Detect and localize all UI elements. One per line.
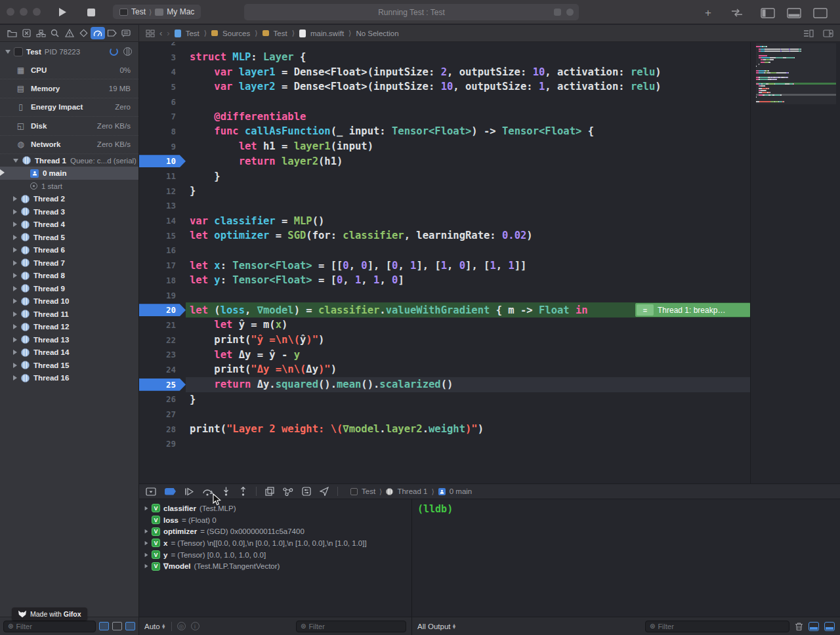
thread-1-row[interactable]: Thread 1 Queue: c...d (serial) bbox=[0, 154, 138, 167]
back-button[interactable]: ‹ bbox=[159, 28, 162, 38]
code-text[interactable]: let h1 = layer1(input) bbox=[186, 139, 750, 154]
thread-row[interactable]: Thread 12 bbox=[0, 320, 138, 333]
disclosure-triangle[interactable] bbox=[13, 286, 17, 291]
continue-icon[interactable] bbox=[184, 487, 194, 496]
disclosure-triangle[interactable] bbox=[13, 273, 17, 278]
disclosure-triangle[interactable] bbox=[145, 541, 148, 545]
variable-row[interactable]: V optimizer = (SGD) 0x000000011c5a7400 bbox=[139, 525, 411, 537]
navigator-filter-field[interactable]: ⊜ bbox=[3, 621, 96, 632]
run-button[interactable] bbox=[55, 5, 70, 19]
thread-row[interactable]: Thread 4 bbox=[0, 218, 138, 231]
disclosure-triangle[interactable] bbox=[13, 260, 17, 266]
code-text[interactable]: let ŷ = m(x) bbox=[186, 318, 750, 333]
debug-crumb-frame[interactable]: 0 main bbox=[450, 487, 472, 495]
source-editor[interactable]: 23struct MLP: Layer {4 var layer1 = Dens… bbox=[139, 42, 840, 483]
memory-graph-icon[interactable] bbox=[283, 487, 293, 496]
disclosure-triangle[interactable] bbox=[145, 506, 148, 510]
line-number[interactable]: 27 bbox=[139, 408, 186, 420]
breakpoint-marker[interactable]: 20 bbox=[139, 304, 186, 316]
thread-row[interactable]: Thread 3 bbox=[0, 205, 138, 218]
variable-row[interactable]: V loss = (Float) 0 bbox=[139, 514, 411, 526]
code-text[interactable]: let x: Tensor<Float> = [[0, 0], [0, 1], … bbox=[186, 258, 750, 273]
source-control-icon[interactable] bbox=[20, 27, 34, 39]
line-number[interactable]: 22 bbox=[139, 334, 186, 346]
thread-row[interactable]: Thread 7 bbox=[0, 256, 138, 270]
code-text[interactable]: } bbox=[186, 169, 750, 184]
disclosure-triangle[interactable] bbox=[145, 529, 148, 533]
disclosure-triangle[interactable] bbox=[13, 222, 17, 227]
thread-row[interactable]: Thread 5 bbox=[0, 231, 138, 244]
stop-button[interactable] bbox=[84, 5, 98, 19]
line-number[interactable]: 11 bbox=[139, 170, 186, 182]
disclosure-triangle[interactable] bbox=[145, 552, 148, 556]
line-number[interactable]: 4 bbox=[139, 66, 186, 78]
environment-overrides-icon[interactable] bbox=[302, 487, 311, 496]
navigator-filter-input[interactable] bbox=[16, 623, 91, 630]
breakpoints-icon[interactable] bbox=[105, 27, 119, 39]
disclosure-triangle[interactable] bbox=[13, 247, 17, 253]
variable-row[interactable]: V ∇model (Test.MLP.TangentVector) bbox=[139, 560, 411, 572]
inspector-panel-toggle[interactable] bbox=[811, 6, 830, 20]
thread-row[interactable]: Thread 14 bbox=[0, 346, 138, 359]
minimize-window-button[interactable] bbox=[20, 8, 28, 16]
code-text[interactable] bbox=[186, 437, 750, 452]
process-row[interactable]: Test PID 78223 bbox=[0, 42, 138, 61]
crumb-group[interactable]: Test bbox=[274, 30, 287, 37]
tests-icon[interactable] bbox=[76, 27, 91, 39]
line-number[interactable]: 5 bbox=[139, 81, 186, 93]
code-text[interactable]: var classifier = MLP() bbox=[186, 213, 750, 228]
variables-filter-field[interactable]: ⊜ bbox=[296, 621, 406, 632]
thread-row[interactable]: Thread 11 bbox=[0, 308, 138, 321]
navigator-panel-toggle[interactable] bbox=[759, 6, 777, 20]
line-number[interactable]: 19 bbox=[139, 289, 186, 302]
thread-row[interactable]: Thread 9 bbox=[0, 282, 138, 295]
disclosure-triangle[interactable] bbox=[13, 324, 17, 329]
flat-view-icon[interactable] bbox=[112, 622, 122, 630]
code-text[interactable]: let Δy = ŷ - y bbox=[186, 347, 750, 362]
view-hierarchy-icon[interactable] bbox=[265, 487, 274, 496]
project-icon[interactable] bbox=[5, 27, 20, 39]
step-into-icon[interactable] bbox=[222, 487, 230, 496]
close-window-button[interactable] bbox=[7, 8, 14, 16]
zoom-window-button[interactable] bbox=[33, 8, 41, 16]
crumb-sources[interactable]: Sources bbox=[222, 30, 250, 37]
scheme-selector[interactable]: Test ⟩ My Mac bbox=[113, 5, 201, 19]
thread-row[interactable]: Thread 15 bbox=[0, 359, 138, 372]
info-icon[interactable]: i bbox=[191, 622, 200, 630]
step-out-icon[interactable] bbox=[239, 487, 247, 496]
line-number[interactable]: 21 bbox=[139, 319, 186, 331]
variable-row[interactable]: V classifier (Test.MLP) bbox=[139, 502, 411, 514]
gauge-row[interactable]: ◱ Disk Zero KB/s bbox=[0, 117, 138, 135]
search-icon[interactable] bbox=[48, 27, 62, 39]
code-text[interactable]: let y: Tensor<Float> = [0, 1, 1, 0] bbox=[186, 273, 750, 288]
code-text[interactable] bbox=[186, 94, 750, 110]
code-text[interactable] bbox=[186, 288, 750, 303]
line-number[interactable]: 9 bbox=[139, 140, 186, 153]
breakpoint-marker[interactable]: 25 bbox=[139, 379, 186, 391]
line-number[interactable]: 3 bbox=[139, 51, 186, 64]
trash-icon[interactable] bbox=[795, 622, 803, 631]
stack-frame-row[interactable]: 1 start bbox=[0, 180, 138, 193]
line-number[interactable]: 29 bbox=[139, 438, 186, 450]
crumb-target[interactable]: Test bbox=[186, 30, 200, 37]
code-text[interactable]: func callAsFunction(_ input: Tensor<Floa… bbox=[186, 124, 750, 139]
variables-view-toggle[interactable] bbox=[808, 622, 819, 631]
code-text[interactable] bbox=[186, 42, 750, 50]
symbols-icon[interactable] bbox=[33, 27, 48, 39]
debug-crumb-thread[interactable]: Thread 1 bbox=[397, 487, 427, 495]
code-text[interactable] bbox=[186, 407, 750, 422]
variable-row[interactable]: V x = (Tensor) \n[[0.0, 0.0],\n [0.0, 1.… bbox=[139, 537, 411, 549]
breakpoints-toggle-icon[interactable] bbox=[165, 488, 176, 495]
line-number[interactable]: 7 bbox=[139, 110, 186, 123]
console-filter-field[interactable]: ⊜ bbox=[645, 621, 789, 632]
pause-process-icon[interactable] bbox=[110, 47, 118, 56]
code-text[interactable]: print("Δy =\n\(Δy)") bbox=[186, 362, 750, 377]
line-number[interactable]: 28 bbox=[139, 423, 186, 436]
stack-frame-row[interactable]: 0 main bbox=[0, 167, 138, 180]
gauge-row[interactable]: ▤ Memory 19 MB bbox=[0, 79, 138, 98]
code-text[interactable]: } bbox=[186, 184, 750, 199]
line-number[interactable]: 13 bbox=[139, 199, 186, 212]
minimap[interactable] bbox=[756, 43, 836, 104]
code-text[interactable] bbox=[186, 199, 750, 214]
scope-icon[interactable]: ◎ bbox=[177, 622, 186, 630]
